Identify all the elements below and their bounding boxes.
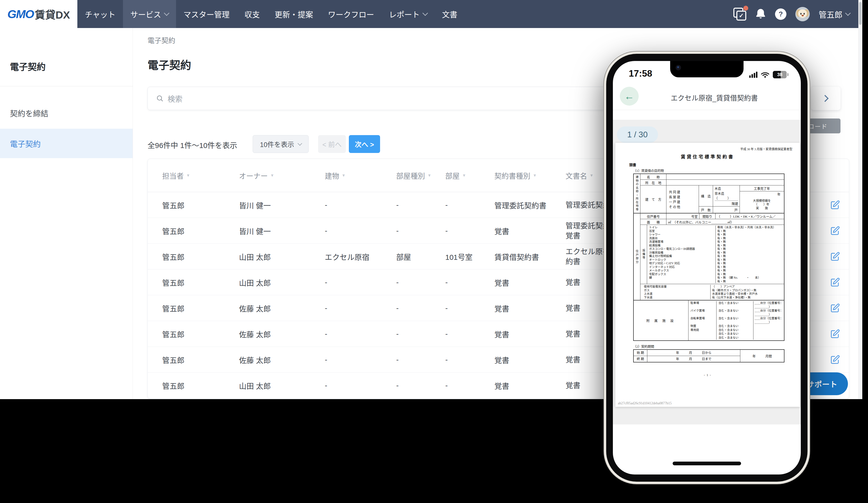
unit-no-suffix: 号室 bbox=[666, 214, 699, 219]
utility-row: 下水道 有（公共下水道・浄化槽）・無 bbox=[640, 296, 784, 299]
facility-value: 有・無 bbox=[715, 269, 784, 273]
edit-icon[interactable] bbox=[830, 355, 840, 365]
cell-room: - bbox=[445, 330, 494, 338]
annex-name: 駐車場 bbox=[689, 301, 716, 309]
annex-include: 含む・含まない bbox=[716, 317, 753, 324]
edit-icon[interactable] bbox=[830, 329, 840, 339]
brand-logo[interactable]: GMO 賃貸DX bbox=[0, 0, 78, 28]
edit-icon[interactable] bbox=[830, 200, 840, 210]
avatar-face bbox=[798, 9, 807, 18]
logo-product-text: 賃貸DX bbox=[35, 7, 70, 22]
filter-icon[interactable]: ▼ bbox=[342, 173, 345, 178]
document-hash: ab27cf05ad26c91d10412deba0877b15 bbox=[618, 401, 672, 405]
column-header-owner[interactable]: オーナー▼ bbox=[239, 170, 325, 181]
filter-icon[interactable]: ▼ bbox=[590, 173, 593, 178]
edit-icon[interactable] bbox=[830, 277, 840, 287]
facility-value: 有・無 bbox=[715, 273, 784, 276]
nav-item-renewal[interactable]: 更新・提案 bbox=[267, 0, 321, 28]
facility-row: 地デジ対応・CATV 対応 有・無 bbox=[647, 261, 784, 265]
filter-icon[interactable]: ▼ bbox=[270, 173, 274, 178]
structure-label: 構 造 bbox=[699, 185, 713, 206]
utility-name: ガス bbox=[640, 289, 710, 292]
column-header-room[interactable]: 部屋▼ bbox=[445, 170, 494, 181]
nav-item-report[interactable]: レポート bbox=[382, 0, 435, 28]
annex-row: 含む・含まない bbox=[689, 332, 784, 336]
expand-right-button[interactable] bbox=[811, 87, 840, 110]
edit-icon[interactable] bbox=[830, 303, 840, 313]
help-icon[interactable]: ? bbox=[775, 8, 786, 20]
sidebar-item-conclude-contract[interactable]: 契約を締結 bbox=[0, 100, 133, 125]
doc-address-label: 所 在 地 bbox=[640, 180, 666, 185]
nav-item-document[interactable]: 文書 bbox=[435, 0, 465, 28]
avatar[interactable] bbox=[795, 7, 810, 21]
breadcrumb[interactable]: 電子契約 bbox=[147, 35, 175, 45]
document-section2-label: （2）契約期間 bbox=[633, 344, 800, 349]
nav-item-chat[interactable]: チャット bbox=[78, 0, 123, 28]
tasks-icon[interactable]: ✓ bbox=[733, 8, 746, 21]
support-button-label: サポート bbox=[807, 378, 837, 389]
facility-row: 浴室 有・無 bbox=[647, 229, 784, 233]
area-value: ㎡ （それ以外に、バルコニー＿＿＿＿＿㎡） bbox=[666, 220, 784, 224]
layout-value: （ ）LDK・DK・K／ワンルーム／ bbox=[715, 214, 784, 219]
sidebar-item-econtract[interactable]: 電子契約 bbox=[0, 129, 133, 158]
sidebar: 電子契約 契約を締結 電子契約 bbox=[0, 28, 133, 399]
column-header-contract-type[interactable]: 契約書種別▼ bbox=[494, 170, 566, 181]
utility-value: 水道本管より直結・受水槽・井戸水 bbox=[710, 292, 784, 296]
period-value: 年 月 日まで bbox=[647, 356, 740, 362]
prev-page-button[interactable]: < 前へ bbox=[318, 135, 346, 153]
nav-item-label: チャット bbox=[85, 8, 115, 20]
nav-item-master[interactable]: マスター管理 bbox=[176, 0, 237, 28]
edit-icon[interactable] bbox=[830, 226, 840, 236]
facility-row: 宅配ボックス 有・無 bbox=[647, 273, 784, 276]
filter-icon[interactable]: ▼ bbox=[186, 173, 190, 178]
pdf-viewer[interactable]: 1 / 30 平成 30 年 3 月版・家賃債務保証業者型 賃貸住宅標準契約書 … bbox=[613, 120, 801, 424]
layout-label: 間取り bbox=[699, 214, 715, 219]
build-type-option: 一 戸 建 bbox=[669, 199, 699, 204]
utility-list: 使用可能電気容量 （ ）アンペア ガス 有（都市ガス・プロパンガス）・無 bbox=[640, 284, 784, 300]
cell-tanto: 管五郎 bbox=[162, 225, 239, 236]
cell-building: - bbox=[325, 330, 396, 338]
scrollbar-track[interactable] bbox=[858, 0, 862, 399]
sidebar-item-label: 電子契約 bbox=[10, 138, 41, 149]
utility-value: 有（公共下水道・浄化槽）・無 bbox=[710, 296, 784, 299]
top-nav: GMO 賃貸DX チャット サービス マスター管理 収支 更新・提案 ワークフロ… bbox=[0, 0, 858, 28]
cell-room: - bbox=[445, 356, 494, 364]
nav-item-balance[interactable]: 収支 bbox=[237, 0, 267, 28]
column-header-building[interactable]: 建物▼ bbox=[325, 170, 396, 181]
user-menu[interactable]: 管五郎 bbox=[819, 8, 850, 20]
pagination-summary: 全96件中 1件〜10件を表示 bbox=[147, 139, 237, 150]
facility-name: シャワー bbox=[647, 233, 715, 236]
structure-nonwood: 非木造（ ） bbox=[714, 191, 738, 200]
cell-owner: 山田 太郎 bbox=[239, 380, 325, 391]
cell-contract-type: 覚書 bbox=[494, 380, 566, 391]
cell-room-type: - bbox=[396, 330, 445, 338]
nav-item-workflow[interactable]: ワークフロー bbox=[321, 0, 382, 28]
phone-screen: 17:58 38 ← エクセル原宿_賃貸借契約書 bbox=[613, 61, 801, 474]
page-size-select[interactable]: 10件を表示 bbox=[252, 135, 309, 153]
facility-name: オートロック bbox=[647, 258, 715, 262]
annex-include: 含む・含まない bbox=[716, 332, 753, 336]
annex-include: 含む・含まない bbox=[716, 309, 753, 317]
nav-item-service[interactable]: サービス bbox=[123, 0, 176, 28]
period-row: 終 期 年 月 日まで bbox=[634, 356, 740, 362]
edit-icon[interactable] bbox=[830, 252, 840, 261]
bell-icon[interactable] bbox=[755, 8, 766, 20]
wifi-icon bbox=[761, 71, 769, 78]
scrollbar-thumb[interactable] bbox=[859, 2, 861, 25]
phone-notch bbox=[670, 61, 744, 78]
cell-contract-type: 管理委託契約書 bbox=[494, 199, 566, 211]
column-header-tanto[interactable]: 担当者▼ bbox=[162, 170, 239, 181]
facility-value: 有・無 （鍵 No. ・ 本） bbox=[715, 276, 784, 280]
next-page-button[interactable]: 次へ > bbox=[349, 135, 380, 153]
facility-value: 有・無 bbox=[715, 258, 784, 262]
facility-name: メールボックス bbox=[647, 269, 715, 273]
cell-room: - bbox=[445, 304, 494, 312]
user-name-label: 管五郎 bbox=[819, 8, 843, 20]
cell-contract-type: 覚書 bbox=[494, 328, 566, 339]
nav-item-label: レポート bbox=[389, 8, 420, 20]
filter-icon[interactable]: ▼ bbox=[462, 173, 466, 178]
filter-icon[interactable]: ▼ bbox=[427, 173, 431, 178]
back-button[interactable]: ← bbox=[620, 87, 639, 106]
filter-icon[interactable]: ▼ bbox=[533, 173, 537, 178]
column-header-room-type[interactable]: 部屋種別▼ bbox=[396, 170, 445, 181]
